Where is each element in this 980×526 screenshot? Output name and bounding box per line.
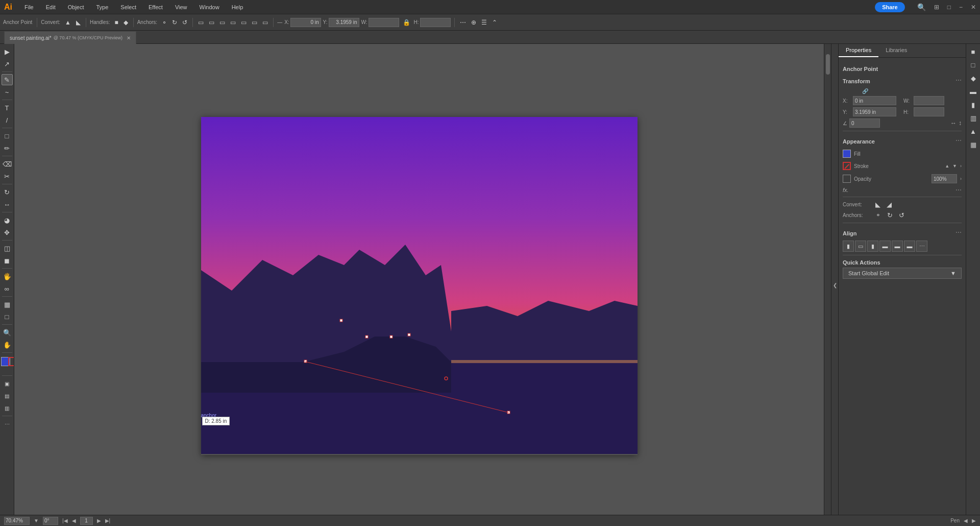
slice-tool[interactable]: □ — [2, 311, 13, 322]
anchor-icon-1[interactable]: ⚬ — [160, 18, 168, 27]
status-arrow-right[interactable]: ▶ — [972, 518, 976, 523]
menu-window[interactable]: Window — [198, 3, 222, 11]
align-bottom-edge[interactable]: ▬ — [904, 241, 915, 252]
x-input[interactable] — [290, 18, 321, 27]
menu-effect[interactable]: Effect — [146, 3, 165, 11]
tab-properties[interactable]: Properties — [839, 44, 878, 57]
close-icon[interactable]: ✕ — [971, 4, 976, 11]
align-more[interactable]: ⋯ — [916, 241, 927, 252]
canvas-container[interactable]: anchor D: 2.85 in — [14, 44, 831, 526]
normal-mode[interactable]: ▣ — [2, 378, 13, 389]
fill-swatch[interactable] — [843, 150, 851, 158]
curvature-tool[interactable]: ~ — [2, 86, 13, 98]
more-tools[interactable]: ⋯ — [2, 418, 13, 429]
stroke-chevron[interactable]: › — [960, 163, 962, 169]
eyedropper-tool[interactable]: 🖐 — [2, 271, 13, 282]
align-center-h[interactable]: ▭ — [855, 241, 866, 252]
reflect-tool[interactable]: ↔ — [2, 199, 13, 210]
align-icon-3[interactable]: ▭ — [218, 18, 227, 27]
w-input[interactable] — [369, 18, 399, 27]
share-button[interactable]: Share — [875, 2, 905, 12]
restore-icon[interactable]: □ — [947, 4, 951, 11]
tool-icon-right-8[interactable]: ▦ — [968, 139, 979, 150]
align-options-dots[interactable]: ⋯ — [955, 229, 962, 236]
blend-tool[interactable]: ∞ — [2, 283, 13, 294]
tab-libraries[interactable]: Libraries — [878, 44, 914, 57]
add-anchor-icon[interactable]: ⚬ — [874, 211, 883, 220]
tool-icon-right-6[interactable]: ▥ — [968, 112, 979, 124]
scroll-thumb-v[interactable] — [826, 54, 830, 75]
flip-v-icon[interactable]: ↕ — [959, 119, 962, 127]
rotation-input[interactable] — [43, 517, 58, 525]
y-input[interactable] — [329, 18, 359, 27]
hand-tool[interactable]: ✋ — [2, 339, 13, 350]
constrain-icon[interactable]: 🔒 — [401, 18, 412, 27]
inside-mode[interactable]: ▥ — [2, 402, 13, 414]
scale-tool[interactable]: ✥ — [2, 227, 13, 238]
align-icon-5[interactable]: ▭ — [239, 18, 248, 27]
x-input-panel[interactable] — [853, 96, 896, 105]
h-input-panel[interactable] — [914, 107, 944, 116]
align-left-edge[interactable]: ▮ — [843, 241, 854, 252]
eraser-tool[interactable]: ⌫ — [2, 158, 13, 170]
align-top-edge[interactable]: ▬ — [879, 241, 891, 252]
handle-icon-1[interactable]: ■ — [113, 18, 119, 27]
menu-edit[interactable]: Edit — [44, 3, 58, 11]
menu-type[interactable]: Type — [94, 3, 111, 11]
more-icon2[interactable]: ⌃ — [491, 18, 499, 27]
align-center-v[interactable]: ▬ — [892, 241, 903, 252]
stroke-swatch[interactable] — [843, 162, 851, 170]
w-input-panel[interactable] — [914, 96, 944, 105]
document-tab[interactable]: sunset painting.ai* @ 70.47 % (CMYK/CPU … — [4, 31, 136, 44]
menu-select[interactable]: Select — [118, 3, 138, 11]
align-icon-1[interactable]: ▭ — [197, 18, 205, 27]
type-tool[interactable]: T — [2, 102, 13, 113]
artboard-number[interactable] — [80, 517, 93, 525]
align-icon-2[interactable]: ▭ — [207, 18, 216, 27]
pencil-tool[interactable]: ✏ — [2, 142, 13, 154]
angle-input[interactable] — [849, 118, 880, 128]
opacity-input[interactable] — [932, 174, 957, 183]
tool-icon-right-4[interactable]: ▬ — [968, 86, 979, 97]
nav-next-button[interactable]: ▶ — [97, 518, 101, 523]
zoom-input[interactable] — [4, 517, 30, 525]
menu-view[interactable]: View — [173, 3, 189, 11]
select-tool[interactable]: ▶ — [2, 46, 13, 57]
tool-icon-right-5[interactable]: ▮ — [968, 99, 979, 110]
more-options-icon[interactable]: ⋯ — [458, 18, 468, 27]
transform-options-dots[interactable]: ⋯ — [955, 77, 962, 84]
align-icon-7[interactable]: ▭ — [261, 18, 270, 27]
nav-last-button[interactable]: ▶| — [105, 518, 111, 523]
gradient-tool[interactable]: ◼ — [2, 255, 13, 266]
anchor-rotate-cw[interactable]: ↻ — [170, 18, 179, 27]
convert-icon-2[interactable]: ◣ — [75, 18, 82, 27]
menu-file[interactable]: File — [22, 3, 36, 11]
convert-smooth-icon[interactable]: ◢ — [885, 200, 893, 209]
status-arrow-left[interactable]: ◀ — [964, 518, 968, 523]
convert-corner-icon[interactable]: ◣ — [874, 200, 882, 209]
handle-icon-2[interactable]: ◆ — [122, 18, 130, 27]
stroke-down-arrow[interactable]: ▼ — [952, 163, 957, 169]
tool-icon-right-2[interactable]: □ — [968, 59, 979, 70]
transform-icon[interactable]: ⊕ — [470, 18, 478, 27]
minimize-icon[interactable]: − — [959, 4, 963, 11]
opacity-arrow[interactable]: › — [960, 176, 962, 181]
tool-icon-right-1[interactable]: ■ — [968, 46, 979, 57]
line-tool[interactable]: / — [2, 114, 13, 126]
behind-mode[interactable]: ▤ — [2, 390, 13, 401]
direct-select-tool[interactable]: ↗ — [2, 58, 13, 69]
rotate-tool[interactable]: ↻ — [2, 186, 13, 198]
h-input[interactable] — [420, 18, 451, 27]
tool-icon-right-7[interactable]: ▲ — [968, 126, 979, 137]
vertical-scrollbar[interactable] — [824, 44, 831, 518]
menu-help[interactable]: Help — [230, 3, 246, 11]
pen-tool[interactable]: ✎ — [2, 74, 13, 85]
fx-options-dots[interactable]: ⋯ — [955, 186, 962, 194]
panel-collapse-button[interactable]: ❮ — [831, 44, 838, 526]
rect-tool[interactable]: □ — [2, 130, 13, 141]
flip-h-icon[interactable]: ↔ — [950, 119, 957, 127]
appearance-options-dots[interactable]: ⋯ — [955, 137, 962, 144]
distribute-icon[interactable]: ☰ — [480, 18, 488, 27]
y-input-panel[interactable] — [853, 107, 896, 116]
rotate-anchor-cw-icon[interactable]: ↻ — [886, 211, 894, 220]
